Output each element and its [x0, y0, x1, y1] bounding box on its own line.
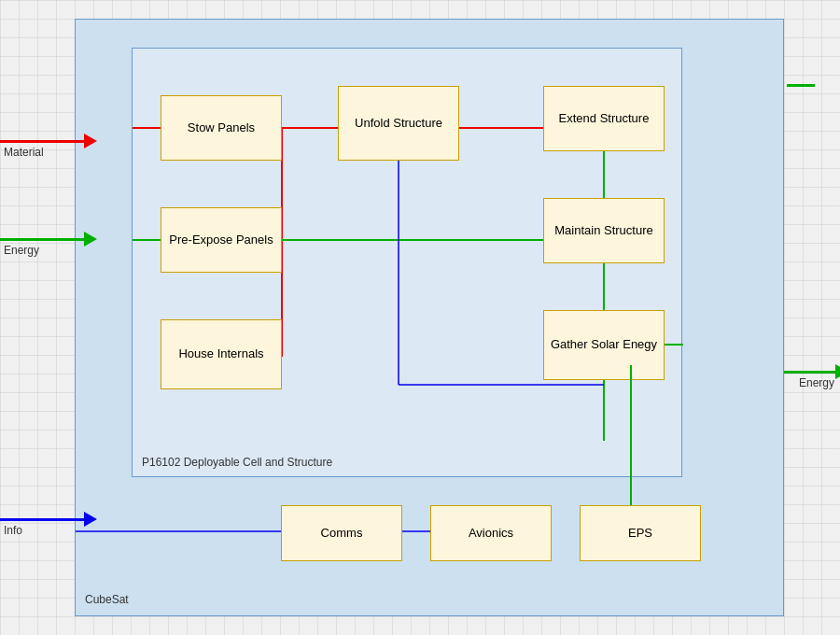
pre-expose-panels-box: Pre-Expose Panels — [161, 207, 282, 273]
comms-box: Comms — [281, 505, 402, 561]
unfold-structure-box: Unfold Structure — [338, 86, 459, 161]
house-internals-box: House Internals — [161, 319, 282, 389]
deploy-label: P16102 Deployable Cell and Structure — [142, 456, 332, 469]
energy-out-line — [784, 371, 835, 374]
gather-solar-box: Gather Solar Enegy — [543, 310, 665, 380]
info-arrow-container — [0, 512, 97, 527]
avionics-box: Avionics — [430, 505, 552, 561]
stow-panels-box: Stow Panels — [161, 95, 282, 161]
deploy-box: Stow Panels Unfold Structure Extend Stru… — [132, 48, 682, 477]
energy-out-arrow-container — [784, 364, 840, 379]
green-arrow-head — [84, 232, 97, 247]
energy-in-arrow-container — [0, 232, 97, 247]
green-arrow-line — [0, 238, 84, 241]
outer-cubesat-box: Stow Panels Unfold Structure Extend Stru… — [75, 19, 784, 616]
blue-arrow-line — [0, 518, 84, 521]
maintain-structure-box: Maintain Structure — [543, 198, 665, 263]
red-arrow-head — [84, 134, 97, 148]
eps-box: EPS — [580, 505, 701, 561]
red-arrow-line — [0, 140, 84, 143]
cubesat-label: CubeSat — [85, 593, 129, 606]
energy-out-head — [835, 364, 840, 379]
green-right-stub — [787, 84, 815, 87]
blue-arrow-head — [84, 512, 97, 527]
extend-structure-box: Extend Structure — [543, 86, 665, 151]
material-arrow-container — [0, 134, 97, 148]
